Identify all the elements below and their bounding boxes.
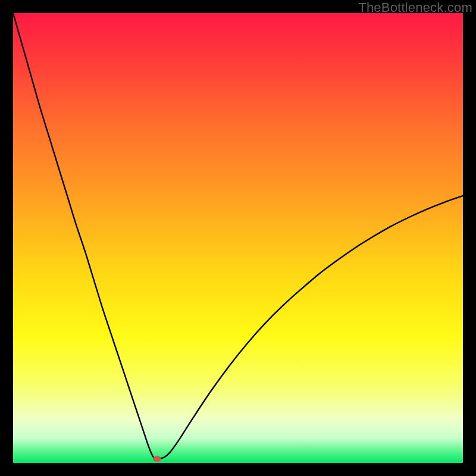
chart-svg: [13, 13, 463, 463]
optimal-point-marker: [153, 456, 161, 462]
chart-frame: TheBottleneck.com: [0, 0, 476, 476]
watermark-text: TheBottleneck.com: [358, 0, 472, 15]
plot-area: [13, 13, 463, 463]
